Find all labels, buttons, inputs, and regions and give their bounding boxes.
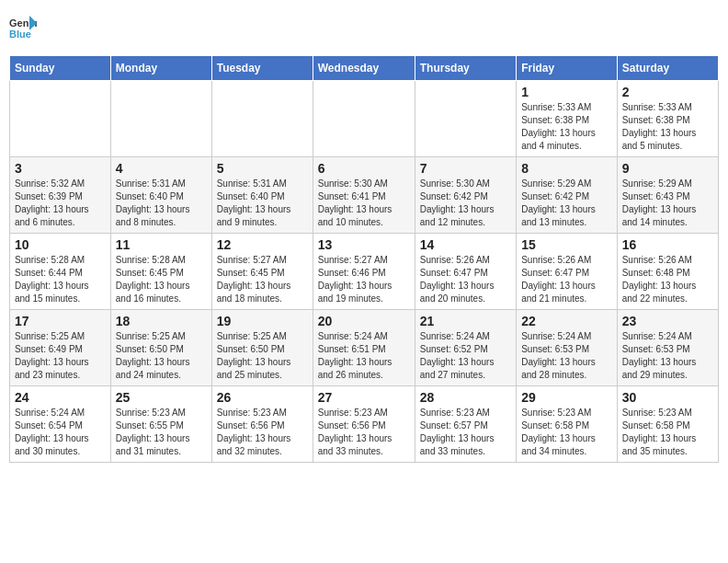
day-detail: Sunrise: 5:24 AM Sunset: 6:53 PM Dayligh…	[622, 330, 713, 382]
weekday-header-friday: Friday	[517, 56, 618, 81]
day-number: 4	[116, 161, 207, 176]
calendar-cell: 7Sunrise: 5:30 AM Sunset: 6:42 PM Daylig…	[415, 157, 516, 234]
day-number: 5	[217, 161, 308, 176]
day-detail: Sunrise: 5:28 AM Sunset: 6:45 PM Dayligh…	[116, 254, 207, 305]
calendar-cell	[415, 81, 516, 157]
day-number: 18	[116, 314, 207, 328]
day-number: 24	[15, 390, 106, 405]
day-number: 30	[622, 390, 713, 405]
weekday-header-row: SundayMondayTuesdayWednesdayThursdayFrid…	[10, 56, 719, 81]
calendar-cell: 26Sunrise: 5:23 AM Sunset: 6:56 PM Dayli…	[211, 386, 313, 463]
calendar-week-2: 10Sunrise: 5:28 AM Sunset: 6:44 PM Dayli…	[10, 234, 719, 310]
day-detail: Sunrise: 5:26 AM Sunset: 6:47 PM Dayligh…	[521, 254, 612, 305]
calendar-cell	[313, 81, 415, 157]
day-detail: Sunrise: 5:32 AM Sunset: 6:39 PM Dayligh…	[15, 178, 106, 229]
calendar-week-1: 3Sunrise: 5:32 AM Sunset: 6:39 PM Daylig…	[10, 157, 719, 234]
day-detail: Sunrise: 5:27 AM Sunset: 6:45 PM Dayligh…	[217, 254, 308, 305]
calendar-cell: 21Sunrise: 5:24 AM Sunset: 6:52 PM Dayli…	[415, 310, 516, 386]
day-detail: Sunrise: 5:26 AM Sunset: 6:48 PM Dayligh…	[622, 254, 713, 305]
day-number: 14	[420, 237, 511, 252]
calendar-cell: 10Sunrise: 5:28 AM Sunset: 6:44 PM Dayli…	[10, 234, 111, 310]
day-detail: Sunrise: 5:28 AM Sunset: 6:44 PM Dayligh…	[15, 254, 106, 305]
day-detail: Sunrise: 5:33 AM Sunset: 6:38 PM Dayligh…	[622, 101, 713, 153]
calendar-cell: 22Sunrise: 5:24 AM Sunset: 6:53 PM Dayli…	[517, 310, 618, 386]
day-number: 29	[521, 390, 612, 405]
calendar-cell: 1Sunrise: 5:33 AM Sunset: 6:38 PM Daylig…	[517, 81, 618, 157]
calendar-cell: 30Sunrise: 5:23 AM Sunset: 6:58 PM Dayli…	[617, 386, 718, 463]
weekday-header-sunday: Sunday	[10, 56, 111, 81]
day-detail: Sunrise: 5:25 AM Sunset: 6:50 PM Dayligh…	[116, 330, 207, 382]
day-number: 28	[420, 390, 511, 405]
day-number: 7	[420, 161, 511, 176]
calendar-cell: 14Sunrise: 5:26 AM Sunset: 6:47 PM Dayli…	[415, 234, 516, 310]
day-number: 12	[217, 237, 308, 252]
calendar-table: SundayMondayTuesdayWednesdayThursdayFrid…	[9, 55, 719, 463]
day-detail: Sunrise: 5:23 AM Sunset: 6:58 PM Dayligh…	[622, 407, 713, 458]
calendar-week-3: 17Sunrise: 5:25 AM Sunset: 6:49 PM Dayli…	[10, 310, 719, 386]
calendar-cell: 13Sunrise: 5:27 AM Sunset: 6:46 PM Dayli…	[313, 234, 415, 310]
day-detail: Sunrise: 5:31 AM Sunset: 6:40 PM Dayligh…	[116, 178, 207, 229]
day-number: 16	[622, 237, 713, 252]
day-number: 20	[318, 314, 410, 328]
weekday-header-monday: Monday	[110, 56, 211, 81]
calendar-cell	[10, 81, 111, 157]
day-number: 21	[420, 314, 511, 328]
calendar-cell: 9Sunrise: 5:29 AM Sunset: 6:43 PM Daylig…	[617, 157, 718, 234]
day-detail: Sunrise: 5:25 AM Sunset: 6:50 PM Dayligh…	[217, 330, 308, 382]
calendar-cell: 20Sunrise: 5:24 AM Sunset: 6:51 PM Dayli…	[313, 310, 415, 386]
day-detail: Sunrise: 5:30 AM Sunset: 6:42 PM Dayligh…	[420, 178, 511, 229]
calendar-cell: 18Sunrise: 5:25 AM Sunset: 6:50 PM Dayli…	[110, 310, 211, 386]
calendar-cell: 29Sunrise: 5:23 AM Sunset: 6:58 PM Dayli…	[517, 386, 618, 463]
calendar-cell: 25Sunrise: 5:23 AM Sunset: 6:55 PM Dayli…	[110, 386, 211, 463]
weekday-header-saturday: Saturday	[617, 56, 718, 81]
calendar-cell: 6Sunrise: 5:30 AM Sunset: 6:41 PM Daylig…	[313, 157, 415, 234]
calendar-cell: 17Sunrise: 5:25 AM Sunset: 6:49 PM Dayli…	[10, 310, 111, 386]
calendar-cell: 16Sunrise: 5:26 AM Sunset: 6:48 PM Dayli…	[617, 234, 718, 310]
calendar-cell: 4Sunrise: 5:31 AM Sunset: 6:40 PM Daylig…	[110, 157, 211, 234]
calendar-cell: 19Sunrise: 5:25 AM Sunset: 6:50 PM Dayli…	[211, 310, 313, 386]
day-detail: Sunrise: 5:24 AM Sunset: 6:51 PM Dayligh…	[318, 330, 410, 382]
day-number: 15	[521, 237, 612, 252]
day-number: 27	[318, 390, 410, 405]
day-detail: Sunrise: 5:30 AM Sunset: 6:41 PM Dayligh…	[318, 178, 410, 229]
calendar-cell: 27Sunrise: 5:23 AM Sunset: 6:56 PM Dayli…	[313, 386, 415, 463]
day-number: 6	[318, 161, 410, 176]
day-number: 10	[15, 237, 106, 252]
day-detail: Sunrise: 5:25 AM Sunset: 6:49 PM Dayligh…	[15, 330, 106, 382]
day-detail: Sunrise: 5:33 AM Sunset: 6:38 PM Dayligh…	[521, 101, 612, 153]
calendar-cell: 12Sunrise: 5:27 AM Sunset: 6:45 PM Dayli…	[211, 234, 313, 310]
day-detail: Sunrise: 5:24 AM Sunset: 6:53 PM Dayligh…	[521, 330, 612, 382]
calendar-cell: 15Sunrise: 5:26 AM Sunset: 6:47 PM Dayli…	[517, 234, 618, 310]
calendar-week-0: 1Sunrise: 5:33 AM Sunset: 6:38 PM Daylig…	[10, 81, 719, 157]
day-detail: Sunrise: 5:23 AM Sunset: 6:57 PM Dayligh…	[420, 407, 511, 458]
calendar-cell: 2Sunrise: 5:33 AM Sunset: 6:38 PM Daylig…	[617, 81, 718, 157]
calendar-cell: 24Sunrise: 5:24 AM Sunset: 6:54 PM Dayli…	[10, 386, 111, 463]
svg-text:Blue: Blue	[9, 29, 31, 40]
day-detail: Sunrise: 5:24 AM Sunset: 6:54 PM Dayligh…	[15, 407, 106, 458]
day-number: 9	[622, 161, 713, 176]
day-detail: Sunrise: 5:23 AM Sunset: 6:56 PM Dayligh…	[318, 407, 410, 458]
calendar-cell: 5Sunrise: 5:31 AM Sunset: 6:40 PM Daylig…	[211, 157, 313, 234]
day-detail: Sunrise: 5:23 AM Sunset: 6:58 PM Dayligh…	[521, 407, 612, 458]
calendar-cell: 11Sunrise: 5:28 AM Sunset: 6:45 PM Dayli…	[110, 234, 211, 310]
day-number: 2	[622, 85, 713, 99]
day-number: 19	[217, 314, 308, 328]
calendar-cell	[211, 81, 313, 157]
day-detail: Sunrise: 5:24 AM Sunset: 6:52 PM Dayligh…	[420, 330, 511, 382]
day-number: 23	[622, 314, 713, 328]
day-number: 1	[521, 85, 612, 99]
page-header: General Blue	[9, 9, 719, 46]
weekday-header-thursday: Thursday	[415, 56, 516, 81]
day-number: 8	[521, 161, 612, 176]
calendar-week-4: 24Sunrise: 5:24 AM Sunset: 6:54 PM Dayli…	[10, 386, 719, 463]
day-detail: Sunrise: 5:23 AM Sunset: 6:56 PM Dayligh…	[217, 407, 308, 458]
day-number: 11	[116, 237, 207, 252]
calendar-body: 1Sunrise: 5:33 AM Sunset: 6:38 PM Daylig…	[10, 81, 719, 463]
calendar-cell: 28Sunrise: 5:23 AM Sunset: 6:57 PM Dayli…	[415, 386, 516, 463]
day-detail: Sunrise: 5:29 AM Sunset: 6:42 PM Dayligh…	[521, 178, 612, 229]
day-detail: Sunrise: 5:27 AM Sunset: 6:46 PM Dayligh…	[318, 254, 410, 305]
day-number: 3	[15, 161, 106, 176]
logo-icon: General Blue	[9, 14, 37, 41]
day-number: 25	[116, 390, 207, 405]
calendar-header: SundayMondayTuesdayWednesdayThursdayFrid…	[10, 56, 719, 81]
